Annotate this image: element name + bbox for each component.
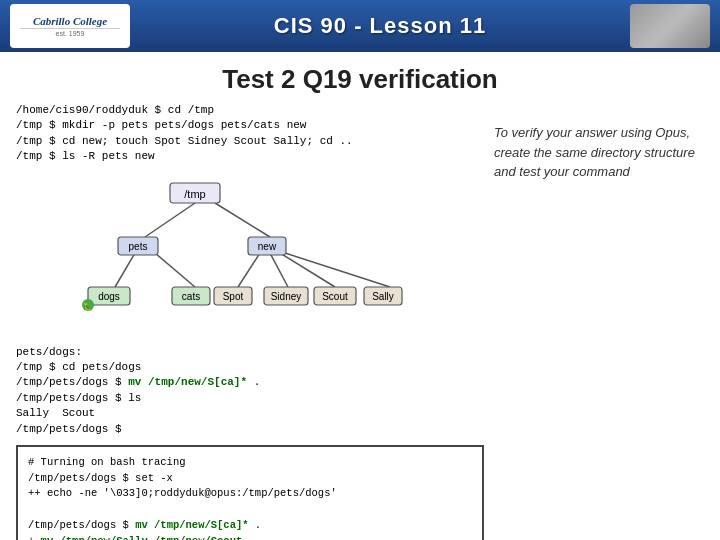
svg-text:Spot: Spot [223,291,244,302]
tb-line6: + mv /tmp/new/Sally /tmp/new/Scout . [28,534,472,540]
tb-line1: # Turning on bash tracing [28,455,472,471]
svg-line-6 [280,253,335,287]
header-image [630,4,710,48]
svg-line-1 [215,203,270,237]
svg-line-0 [145,203,195,237]
svg-text:/tmp: /tmp [184,188,205,200]
logo-subtext: est. 1959 [56,30,85,37]
left-panel: /home/cis90/roddyduk $ cd /tmp /tmp $ mk… [16,103,484,523]
svg-text:cats: cats [182,291,200,302]
svg-text:Sidney: Sidney [271,291,302,302]
svg-line-7 [285,253,390,287]
svg-line-4 [238,253,260,287]
logo-text: Cabrillo College [33,15,107,27]
svg-text:pets: pets [129,241,148,252]
page-title: Test 2 Q19 verification [0,64,720,95]
tb-line3: ++ echo -ne '\033]0;roddyduk@opus:/tmp/p… [28,486,472,502]
bold-command-2: mv /tmp/new/Sally /tmp/new/Scout . [41,535,255,540]
svg-text:Sally: Sally [372,291,394,302]
svg-line-5 [270,253,288,287]
main-content: /home/cis90/roddyduk $ cd /tmp /tmp $ mk… [0,103,720,523]
info-text: To verify your answer using Opus, create… [494,123,704,182]
terminal-box: # Turning on bash tracing /tmp/pets/dogs… [16,445,484,540]
right-panel: To verify your answer using Opus, create… [494,103,704,523]
header-title: CIS 90 - Lesson 11 [130,13,630,39]
bold-command-1: mv /tmp/new/S[ca]* . [135,519,261,531]
tb-line5: /tmp/pets/dogs $ mv /tmp/new/S[ca]* . [28,518,472,534]
tb-line2: /tmp/pets/dogs $ set -x [28,471,472,487]
svg-text:🐛: 🐛 [83,301,93,311]
tb-line4 [28,502,472,518]
terminal-mid: pets/dogs: /tmp $ cd pets/dogs /tmp/pets… [16,345,484,437]
svg-text:Scout: Scout [322,291,348,302]
logo: Cabrillo College est. 1959 [10,4,130,48]
svg-line-3 [155,253,195,287]
tree-svg: /tmp pets new dogs 🐛 cats Spot [60,175,440,335]
header: Cabrillo College est. 1959 CIS 90 - Less… [0,0,720,52]
tree-diagram: /tmp pets new dogs 🐛 cats Spot [16,175,484,335]
svg-text:dogs: dogs [98,291,120,302]
terminal-top: /home/cis90/roddyduk $ cd /tmp /tmp $ mk… [16,103,484,165]
svg-line-2 [115,253,135,287]
svg-text:new: new [258,241,277,252]
